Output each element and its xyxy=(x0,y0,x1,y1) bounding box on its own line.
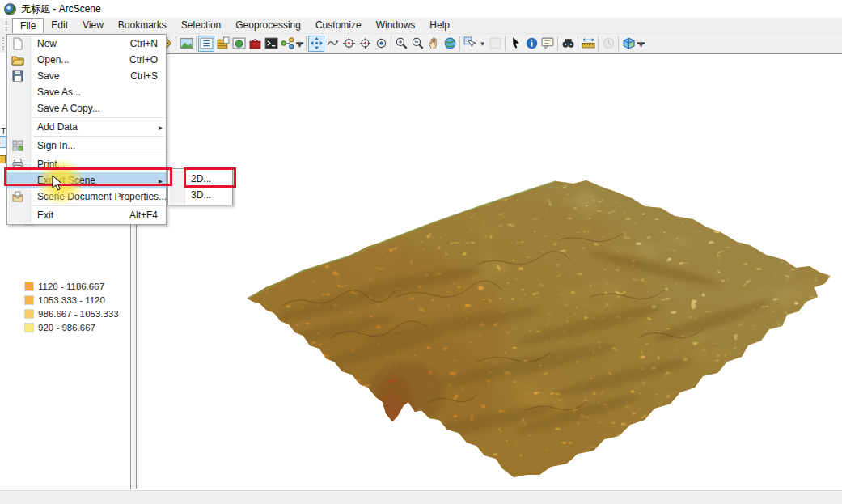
modelbuilder-icon xyxy=(281,36,294,50)
table-of-contents-button[interactable] xyxy=(198,36,214,52)
scene-viewport[interactable] xyxy=(136,53,842,489)
clear-selection-icon xyxy=(489,36,502,50)
set-observer-button[interactable] xyxy=(373,36,389,52)
menu-item-new[interactable]: New Ctrl+N xyxy=(7,36,166,52)
title-bar: 无标题 - ArcScene xyxy=(0,0,842,18)
menu-separator xyxy=(33,155,164,155)
center-on-target-icon xyxy=(342,36,356,50)
fly-button[interactable] xyxy=(324,36,341,52)
zoom-to-target-button[interactable] xyxy=(357,36,373,52)
arcscene-app-icon xyxy=(4,3,16,15)
3d-viewer-button[interactable] xyxy=(620,36,637,52)
toolbar-separator xyxy=(505,36,506,51)
time-slider-button[interactable] xyxy=(600,36,616,52)
select-features-button[interactable] xyxy=(462,36,478,52)
clear-selection-button[interactable] xyxy=(487,36,503,52)
zoom-in-icon xyxy=(395,36,408,50)
document-properties-icon xyxy=(11,190,24,203)
menu-selection[interactable]: Selection xyxy=(174,18,228,33)
menu-item-save[interactable]: Save Ctrl+S xyxy=(7,68,166,84)
toc-header-partial: T xyxy=(1,126,6,136)
menu-geoprocessing[interactable]: Geoprocessing xyxy=(228,18,308,33)
menu-item-save-as[interactable]: Save As... xyxy=(7,84,166,100)
find-icon xyxy=(561,36,575,50)
scene-image-icon xyxy=(180,36,193,50)
menu-item-export-3d[interactable]: 3D... xyxy=(168,187,232,203)
menu-item-exit[interactable]: Exit Alt+F4 xyxy=(7,207,166,223)
open-folder-icon xyxy=(11,53,24,66)
legend-swatch[interactable] xyxy=(24,309,34,319)
set-observer-icon xyxy=(374,36,388,50)
legend-row[interactable]: 1053.333 - 1120 xyxy=(0,294,131,307)
measure-button[interactable] xyxy=(580,36,596,52)
3d-viewer-icon xyxy=(622,36,636,50)
select-elements-button[interactable] xyxy=(507,36,523,52)
terrain-surface xyxy=(137,54,842,489)
legend-swatch[interactable] xyxy=(24,282,34,291)
dropdown-arrow-icon: ▾ xyxy=(639,44,643,47)
zoom-out-icon xyxy=(411,36,425,50)
scene-image-button[interactable] xyxy=(178,36,194,52)
menu-help[interactable]: Help xyxy=(422,18,457,33)
arctoolbox-button[interactable] xyxy=(247,36,263,52)
menu-bookmarks[interactable]: Bookmarks xyxy=(111,18,174,33)
center-on-target-button[interactable] xyxy=(341,36,357,52)
menu-view[interactable]: View xyxy=(75,18,111,33)
modelbuilder-button[interactable] xyxy=(279,36,295,52)
menu-edit[interactable]: Edit xyxy=(44,18,75,33)
catalog-button[interactable] xyxy=(214,36,231,52)
toc-toolbar-partial-icon xyxy=(0,136,6,148)
identify-button[interactable] xyxy=(523,36,539,52)
legend-swatch[interactable] xyxy=(24,295,34,305)
legend-range-label[interactable]: 986.667 - 1053.333 xyxy=(38,309,119,319)
full-extent-icon xyxy=(443,36,457,50)
tools-overflow-button[interactable]: ▬▾ xyxy=(637,36,645,52)
legend-range-label[interactable]: 1120 - 1186.667 xyxy=(38,282,104,291)
identify-icon xyxy=(525,36,539,50)
legend-swatch[interactable] xyxy=(24,323,34,332)
zoom-out-button[interactable] xyxy=(409,36,425,52)
menu-item-add-data[interactable]: Add Data ▸ xyxy=(7,119,166,135)
catalog-icon xyxy=(216,36,230,50)
menu-item-save-a-copy[interactable]: Save A Copy... xyxy=(7,100,166,116)
menu-file[interactable]: File xyxy=(12,18,44,33)
annotation-box-2d xyxy=(184,167,236,188)
save-icon xyxy=(11,70,24,83)
menu-separator xyxy=(33,205,164,206)
legend-range-label[interactable]: 1053.333 - 1120 xyxy=(38,295,105,305)
select-features-dropdown[interactable]: ▾ xyxy=(478,36,487,52)
html-popup-button[interactable] xyxy=(539,36,556,52)
zoom-in-button[interactable] xyxy=(393,36,409,52)
menu-windows[interactable]: Windows xyxy=(369,18,423,33)
menu-customize[interactable]: Customize xyxy=(308,18,369,33)
menubar-grip[interactable] xyxy=(6,21,10,31)
toolbar-separator xyxy=(196,36,197,51)
dropdown-arrow-icon: ▾ xyxy=(298,44,302,47)
time-slider-icon xyxy=(602,36,616,50)
legend-row[interactable]: 1120 - 1186.667 xyxy=(0,280,131,293)
table-of-contents-icon xyxy=(200,36,214,50)
window-title: 无标题 - ArcScene xyxy=(21,2,101,16)
select-elements-icon xyxy=(509,36,523,50)
submenu-arrow-icon: ▸ xyxy=(159,123,163,132)
navigate-button[interactable] xyxy=(308,36,324,52)
navigate-icon xyxy=(310,36,324,50)
toolbar-separator xyxy=(598,36,599,51)
full-extent-button[interactable] xyxy=(442,36,458,52)
legend-row[interactable]: 920 - 986.667 xyxy=(0,321,131,334)
toolbar-separator xyxy=(578,36,578,51)
select-features-icon xyxy=(463,36,477,50)
python-window-button[interactable] xyxy=(263,36,279,52)
menu-item-sign-in[interactable]: Sign In... xyxy=(7,138,166,154)
legend-range-label[interactable]: 920 - 986.667 xyxy=(38,323,95,332)
search-button[interactable] xyxy=(231,36,247,52)
standard-overflow-button[interactable]: ▬▾ xyxy=(295,36,304,52)
menu-item-open[interactable]: Open... Ctrl+O xyxy=(7,52,166,68)
legend-row[interactable]: 986.667 - 1053.333 xyxy=(0,307,131,320)
pan-button[interactable] xyxy=(425,36,442,52)
annotation-box-export-scene xyxy=(4,167,172,186)
measure-icon xyxy=(582,36,595,50)
new-document-icon xyxy=(11,37,24,50)
menu-item-scene-document-properties[interactable]: Scene Document Properties... xyxy=(7,188,166,205)
find-button[interactable] xyxy=(560,36,576,52)
